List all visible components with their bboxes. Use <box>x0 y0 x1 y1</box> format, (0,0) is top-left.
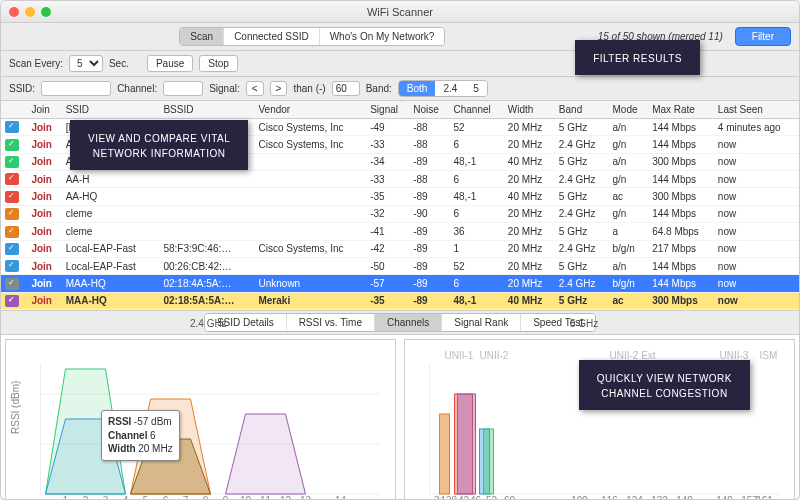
table-row[interactable]: JoinLocal-EAP-Fast00:26:CB:42:…-50-89522… <box>1 257 799 274</box>
color-swatch[interactable] <box>5 226 19 238</box>
than-label: than (-) <box>293 83 325 94</box>
svg-text:4: 4 <box>123 495 129 500</box>
table-row[interactable]: JoinAA-H-33-88620 MHz2.4 GHzg/n144 Mbpsn… <box>1 171 799 188</box>
svg-rect-31 <box>484 429 494 494</box>
color-swatch[interactable] <box>5 121 19 133</box>
join-link[interactable]: Join <box>27 153 61 170</box>
network-table[interactable]: JoinSSIDBSSIDVendorSignalNoiseChannelWid… <box>1 101 799 311</box>
svg-text:1: 1 <box>63 495 69 500</box>
svg-rect-27 <box>440 414 450 494</box>
svg-rect-29 <box>458 394 476 494</box>
join-link[interactable]: Join <box>27 119 61 136</box>
svg-text:ISM: ISM <box>760 350 778 361</box>
svg-text:3: 3 <box>103 495 109 500</box>
join-link[interactable]: Join <box>27 171 61 188</box>
minimize-icon[interactable] <box>25 7 35 17</box>
tab-channels[interactable]: Channels <box>375 314 442 331</box>
col-Max Rate[interactable]: Max Rate <box>648 101 714 119</box>
col-Mode[interactable]: Mode <box>609 101 649 119</box>
signal-value-input[interactable] <box>332 81 360 96</box>
color-swatch[interactable] <box>5 139 19 151</box>
svg-text:5: 5 <box>143 495 149 500</box>
col-SSID[interactable]: SSID <box>62 101 160 119</box>
color-swatch[interactable] <box>5 243 19 255</box>
join-link[interactable]: Join <box>27 292 61 309</box>
connected-ssid-tab[interactable]: Connected SSID <box>224 28 320 45</box>
stop-button[interactable]: Stop <box>199 55 238 72</box>
svg-text:UNII-3: UNII-3 <box>720 350 749 361</box>
color-swatch[interactable] <box>5 260 19 272</box>
col-BSSID[interactable]: BSSID <box>159 101 254 119</box>
channel-label: Channel: <box>117 83 157 94</box>
color-swatch[interactable] <box>5 278 19 290</box>
band-both[interactable]: Both <box>399 81 436 96</box>
join-link[interactable]: Join <box>27 136 61 153</box>
mode-segment: Scan Connected SSID Who's On My Network? <box>179 27 445 46</box>
table-row[interactable]: JoinMAA-HQ02:18:4A:5A:…Unknown-57-89620 … <box>1 275 799 292</box>
svg-text:124: 124 <box>626 495 643 500</box>
svg-text:60: 60 <box>504 495 516 500</box>
chart-24ghz: RSSI (dBm) 1234567891011121314 2.4 GHz C… <box>5 339 396 500</box>
svg-text:9: 9 <box>223 495 229 500</box>
join-link[interactable]: Join <box>27 240 61 257</box>
col-Channel[interactable]: Channel <box>450 101 504 119</box>
col-Signal[interactable]: Signal <box>366 101 409 119</box>
band-24[interactable]: 2.4 <box>435 81 465 96</box>
band-5[interactable]: 5 <box>465 81 487 96</box>
table-row[interactable]: Join[Hidden]00:26:CB:41:…Cisco Systems, … <box>1 119 799 136</box>
svg-text:10: 10 <box>240 495 252 500</box>
signal-label: Signal: <box>209 83 240 94</box>
band-segment: Both 2.4 5 <box>398 80 488 97</box>
pause-button[interactable]: Pause <box>147 55 193 72</box>
signal-lt-button[interactable]: < <box>246 81 264 96</box>
scan-tab[interactable]: Scan <box>180 28 224 45</box>
col-Join[interactable]: Join <box>27 101 61 119</box>
channel-input[interactable] <box>163 81 203 96</box>
join-link[interactable]: Join <box>27 223 61 240</box>
svg-text:UNII-1: UNII-1 <box>445 350 474 361</box>
chart-right-title: 5 GHz <box>570 318 598 329</box>
control-bar: Scan Every: 5 Sec. Pause Stop <box>1 51 799 77</box>
table-row[interactable]: JoinAA-HQ-35-8948,-140 MHz5 GHzac300 Mbp… <box>1 188 799 205</box>
filter-button[interactable]: Filter <box>735 27 791 46</box>
join-link[interactable]: Join <box>27 188 61 205</box>
table-row[interactable]: JoinMAA-HQ02:18:5A:5A:…Meraki-35-8948,-1… <box>1 292 799 309</box>
join-link[interactable]: Join <box>27 205 61 222</box>
whos-on-network-tab[interactable]: Who's On My Network? <box>320 28 445 45</box>
tab-signal-rank[interactable]: Signal Rank <box>442 314 521 331</box>
scan-every-select[interactable]: 5 <box>69 55 103 72</box>
tab-rssi-time[interactable]: RSSI vs. Time <box>287 314 375 331</box>
color-swatch[interactable] <box>5 208 19 220</box>
color-swatch[interactable] <box>5 295 19 307</box>
signal-gt-button[interactable]: > <box>270 81 288 96</box>
color-swatch[interactable] <box>5 191 19 203</box>
svg-text:UNII-2: UNII-2 <box>480 350 509 361</box>
ssid-input[interactable] <box>41 81 111 96</box>
svg-text:38: 38 <box>446 495 458 500</box>
col-Width[interactable]: Width <box>504 101 555 119</box>
color-swatch[interactable] <box>5 156 19 168</box>
col-color[interactable] <box>1 101 27 119</box>
svg-text:140: 140 <box>676 495 693 500</box>
svg-text:46: 46 <box>470 495 482 500</box>
scan-every-label: Scan Every: <box>9 58 63 69</box>
col-Band[interactable]: Band <box>555 101 609 119</box>
table-row[interactable]: Joincleme-41-893620 MHz5 GHza64.8 Mbpsno… <box>1 223 799 240</box>
table-row[interactable]: JoinAA-Guest0100:26:CB:41:…Cisco Systems… <box>1 136 799 153</box>
table-row[interactable]: Joincleme-32-90620 MHz2.4 GHzg/n144 Mbps… <box>1 205 799 222</box>
col-Vendor[interactable]: Vendor <box>254 101 366 119</box>
sec-label: Sec. <box>109 58 129 69</box>
close-icon[interactable] <box>9 7 19 17</box>
join-link[interactable]: Join <box>27 275 61 292</box>
col-Noise[interactable]: Noise <box>409 101 449 119</box>
table-row[interactable]: JoinLocal-EAP-Fast58:F3:9C:46:…Cisco Sys… <box>1 240 799 257</box>
col-Last Seen[interactable]: Last Seen <box>714 101 799 119</box>
table-row[interactable]: JoinAA-Gu-34-8948,-140 MHz5 GHza/n300 Mb… <box>1 153 799 170</box>
svg-text:12: 12 <box>280 495 292 500</box>
color-swatch[interactable] <box>5 173 19 185</box>
svg-text:14: 14 <box>335 495 347 500</box>
zoom-icon[interactable] <box>41 7 51 17</box>
join-link[interactable]: Join <box>27 257 61 274</box>
svg-text:2: 2 <box>83 495 89 500</box>
titlebar: WiFi Scanner <box>1 1 799 23</box>
